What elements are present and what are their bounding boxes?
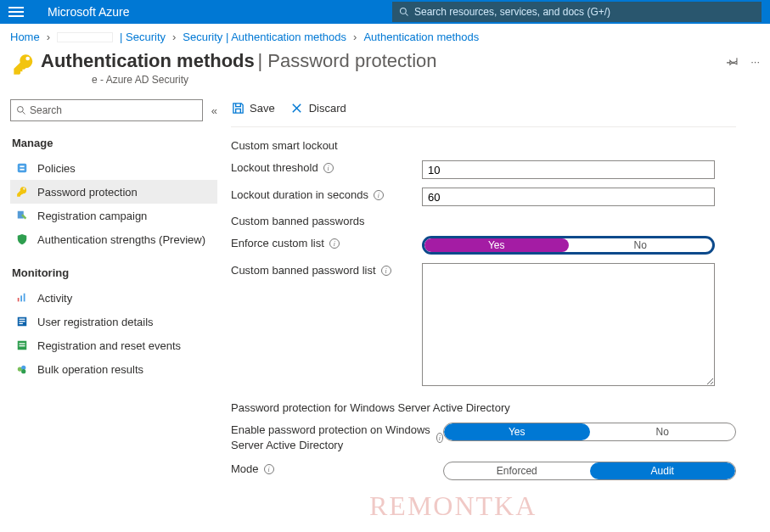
global-search-input[interactable]: Search resources, services, and docs (G+… — [392, 2, 762, 22]
sidebar-section-monitoring: Monitoring — [12, 266, 217, 279]
lockout-duration-label: Lockout duration in seconds i — [231, 188, 422, 203]
info-icon[interactable]: i — [264, 464, 274, 474]
save-button[interactable]: Save — [231, 101, 275, 115]
toggle-option-yes[interactable]: Yes — [444, 423, 590, 440]
enable-ad-protection-toggle[interactable]: Yes No — [443, 423, 736, 441]
key-icon — [10, 50, 37, 79]
breadcrumb-home[interactable]: Home — [10, 31, 40, 43]
pin-icon[interactable] — [727, 55, 739, 70]
sidebar-item-password-protection[interactable]: Password protection — [10, 180, 217, 204]
info-icon[interactable]: i — [381, 266, 391, 276]
svg-point-20 — [21, 369, 25, 373]
page-title: Authentication methods — [41, 50, 255, 71]
mode-label: Mode i — [231, 462, 443, 477]
toggle-option-no[interactable]: No — [569, 238, 713, 252]
discard-button[interactable]: Discard — [290, 101, 346, 115]
section-banned-heading: Custom banned passwords — [231, 215, 736, 227]
svg-rect-9 — [20, 295, 22, 301]
enforce-custom-list-toggle[interactable]: Yes No — [422, 236, 715, 255]
toggle-option-enforced[interactable]: Enforced — [444, 462, 590, 479]
info-icon[interactable]: i — [323, 163, 334, 173]
page-subtitle-tenant: e - Azure AD Security — [41, 74, 723, 86]
lockout-threshold-input[interactable] — [422, 160, 715, 179]
sidebar-section-manage: Manage — [12, 137, 217, 149]
sidebar-search-input[interactable]: Search — [10, 99, 203, 121]
svg-rect-12 — [20, 319, 25, 320]
svg-rect-6 — [20, 169, 24, 171]
svg-rect-16 — [20, 343, 25, 344]
content-pane: Save Discard Custom smart lockout Lockou… — [222, 91, 770, 497]
toggle-option-audit[interactable]: Audit — [590, 462, 736, 479]
section-lockout-heading: Custom smart lockout — [231, 139, 736, 152]
shield-icon — [15, 232, 29, 246]
svg-rect-14 — [20, 323, 23, 324]
sidebar-item-activity[interactable]: Activity — [10, 286, 217, 310]
search-icon — [16, 105, 26, 115]
lockout-duration-input[interactable] — [422, 188, 715, 206]
svg-point-0 — [401, 8, 407, 14]
svg-rect-13 — [20, 321, 25, 322]
collapse-icon[interactable]: « — [211, 104, 217, 117]
svg-rect-5 — [20, 165, 24, 167]
breadcrumb-auth-methods[interactable]: Authentication methods — [363, 31, 479, 43]
breadcrumb-security[interactable]: | Security — [120, 31, 166, 43]
banned-password-list-textarea[interactable] — [422, 263, 715, 386]
svg-rect-8 — [18, 298, 20, 301]
svg-rect-17 — [20, 345, 25, 346]
section-ad-heading: Password protection for Windows Server A… — [231, 401, 736, 414]
info-icon[interactable]: i — [374, 190, 384, 200]
sidebar-item-registration-reset-events[interactable]: Registration and reset events — [10, 333, 217, 357]
svg-rect-4 — [18, 164, 27, 173]
enforce-custom-list-label: Enforce custom list i — [231, 236, 422, 251]
menu-icon[interactable] — [8, 7, 24, 17]
save-icon — [231, 101, 244, 115]
page-header: Authentication methods | Password protec… — [0, 50, 770, 91]
svg-rect-10 — [24, 294, 25, 302]
sidebar-item-auth-strengths[interactable]: Authentication strengths (Preview) — [10, 227, 217, 251]
events-icon — [15, 339, 29, 352]
banned-password-list-label: Custom banned password list i — [231, 263, 422, 278]
chevron-right-icon: › — [172, 31, 176, 43]
breadcrumb-tenant[interactable] — [57, 32, 113, 42]
sidebar: Search « Manage Policies Password protec… — [0, 91, 222, 497]
enable-ad-protection-label: Enable password protection on Windows Se… — [231, 423, 443, 453]
details-icon — [15, 315, 29, 328]
sidebar-item-bulk-operation-results[interactable]: Bulk operation results — [10, 357, 217, 381]
sidebar-item-user-registration-details[interactable]: User registration details — [10, 310, 217, 333]
breadcrumb-auth-methods-blade[interactable]: Security | Authentication methods — [183, 31, 346, 43]
info-icon[interactable]: i — [329, 238, 340, 249]
page-subtitle: | Password protection — [257, 50, 436, 71]
breadcrumb: Home › | Security › Security | Authentic… — [0, 24, 770, 50]
policies-icon — [15, 161, 29, 175]
discard-icon — [290, 101, 304, 115]
toggle-option-no[interactable]: No — [590, 423, 736, 440]
activity-icon — [15, 291, 29, 305]
svg-line-1 — [406, 14, 408, 16]
search-icon — [399, 7, 409, 17]
sidebar-item-policies[interactable]: Policies — [10, 156, 217, 180]
lockout-threshold-label: Lockout threshold i — [231, 160, 422, 176]
sidebar-item-registration-campaign[interactable]: Registration campaign — [10, 204, 217, 227]
toolbar: Save Discard — [231, 99, 736, 127]
svg-point-2 — [18, 107, 24, 113]
more-icon[interactable]: ··· — [750, 55, 760, 70]
key-icon — [15, 185, 29, 199]
svg-line-3 — [23, 112, 25, 115]
global-search-placeholder: Search resources, services, and docs (G+… — [414, 6, 610, 18]
mode-toggle[interactable]: Enforced Audit — [443, 462, 736, 480]
bulk-icon — [15, 362, 29, 376]
toggle-option-yes[interactable]: Yes — [424, 238, 569, 252]
chevron-right-icon: › — [353, 31, 357, 43]
brand-label: Microsoft Azure — [48, 5, 129, 19]
info-icon[interactable]: i — [436, 433, 443, 443]
global-header: Microsoft Azure Search resources, servic… — [0, 0, 770, 24]
registration-icon — [15, 209, 29, 222]
chevron-right-icon: › — [47, 31, 50, 43]
